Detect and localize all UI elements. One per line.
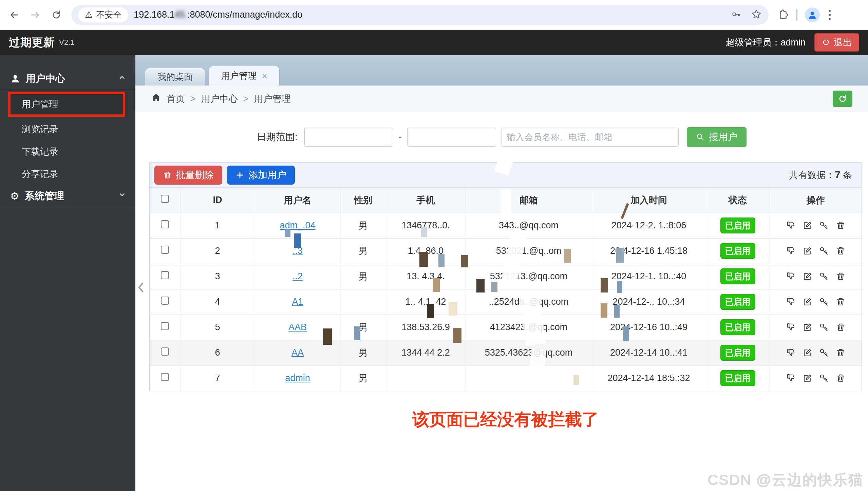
- tab-bar: 我的桌面 用户管理 ×: [135, 55, 868, 86]
- address-bar[interactable]: ⚠ 不安全 192.168.145.:8080/cms/manage/index…: [71, 5, 769, 25]
- forward-icon[interactable]: [29, 9, 41, 21]
- back-icon[interactable]: [8, 9, 20, 21]
- user-link[interactable]: admin: [285, 373, 310, 383]
- edit-button[interactable]: [803, 373, 812, 383]
- user-link[interactable]: AAB: [288, 322, 307, 332]
- cell-join: 2024-12-16 10..:49: [592, 315, 706, 340]
- batch-delete-button[interactable]: 批量删除: [154, 166, 222, 185]
- user-link[interactable]: AA: [291, 347, 304, 358]
- delete-button[interactable]: [836, 297, 846, 307]
- refresh-button[interactable]: [833, 91, 852, 107]
- tab-my-desktop[interactable]: 我的桌面: [145, 68, 205, 86]
- user-link[interactable]: ..3: [293, 246, 303, 256]
- search-user-button[interactable]: 搜用户: [687, 127, 747, 147]
- tab-user-manage[interactable]: 用户管理 ×: [209, 66, 280, 86]
- key-button[interactable]: [819, 271, 829, 281]
- key-icon: [819, 322, 829, 332]
- col-header-status: 状态: [706, 188, 770, 213]
- sidebar-item-share-history[interactable]: 分享记录: [0, 163, 135, 185]
- thumbs-down-button[interactable]: [786, 297, 796, 307]
- delete-button[interactable]: [836, 373, 846, 383]
- thumbs-down-button[interactable]: [786, 348, 796, 358]
- extensions-icon[interactable]: [777, 8, 789, 21]
- delete-button[interactable]: [836, 246, 846, 256]
- security-chip[interactable]: ⚠ 不安全: [78, 7, 128, 22]
- key-button[interactable]: [819, 246, 829, 256]
- thumbs-down-button[interactable]: [786, 271, 796, 281]
- profile-avatar[interactable]: [805, 7, 820, 22]
- gear-icon: ⚙: [10, 190, 19, 202]
- key-button[interactable]: [819, 221, 829, 230]
- edit-button[interactable]: [803, 322, 812, 332]
- bookmark-star-icon[interactable]: [751, 9, 762, 21]
- cell-join: 2024-12-14 10..:41: [592, 340, 706, 365]
- logout-button[interactable]: 退出: [814, 33, 859, 52]
- search-bar: 日期范围: - 搜用户: [135, 112, 868, 162]
- user-link[interactable]: adm_.04: [280, 220, 315, 230]
- cell-join: 2024-12-.. 10..:34: [592, 289, 706, 315]
- role-label: 超级管理员：admin: [725, 36, 806, 49]
- thumbs-down-icon: [786, 271, 796, 281]
- key-icon: [819, 271, 829, 281]
- cell-join: 2024-12-1. 10..:40: [592, 264, 706, 289]
- sidebar-item-download-history[interactable]: 下载记录: [0, 140, 135, 163]
- delete-button[interactable]: [836, 221, 846, 230]
- select-all-checkbox[interactable]: [161, 195, 169, 203]
- plus-icon: [235, 171, 244, 180]
- thumbs-down-button[interactable]: [786, 221, 796, 230]
- edit-button[interactable]: [803, 348, 812, 358]
- col-header-phone: 手机: [386, 188, 466, 213]
- key-button[interactable]: [819, 322, 829, 332]
- thumbs-down-button[interactable]: [786, 373, 796, 383]
- cell-phone: 1.4. 86.0: [386, 238, 466, 264]
- row-checkbox[interactable]: [161, 220, 169, 228]
- edit-button[interactable]: [803, 221, 812, 230]
- breadcrumb-home[interactable]: 首页: [167, 93, 185, 105]
- table-row: 3 ..2 男 13. 4.3 4. 5321213.@qq.com 2024-…: [150, 264, 862, 289]
- row-checkbox[interactable]: [161, 271, 169, 279]
- reload-icon[interactable]: [50, 9, 62, 21]
- cell-id: 2: [180, 238, 255, 264]
- table-toolbar: 批量删除 添加用户 共有数据：7 条: [150, 163, 862, 188]
- edit-button[interactable]: [803, 246, 812, 256]
- close-icon[interactable]: ×: [262, 72, 267, 80]
- thumbs-down-button[interactable]: [786, 246, 796, 256]
- chevron-down-icon: [118, 190, 127, 202]
- row-checkbox[interactable]: [161, 347, 169, 356]
- delete-button[interactable]: [836, 348, 846, 358]
- thumbs-down-icon: [786, 322, 796, 332]
- cell-gender: 男: [340, 264, 386, 289]
- sidebar: 用户中心 用户管理 浏览记录 下载记录 分享记录 ⚙ 系统管理: [0, 55, 135, 491]
- delete-button[interactable]: [836, 271, 846, 281]
- password-key-icon[interactable]: [731, 9, 742, 21]
- edit-button[interactable]: [803, 297, 812, 307]
- key-button[interactable]: [819, 373, 829, 383]
- row-checkbox[interactable]: [161, 373, 169, 381]
- sidebar-item-user-manage[interactable]: 用户管理: [8, 92, 125, 117]
- edit-button[interactable]: [803, 271, 812, 281]
- col-header-username: 用户名: [255, 188, 340, 213]
- key-button[interactable]: [819, 297, 829, 307]
- user-link[interactable]: ..2: [293, 271, 303, 281]
- date-end-input[interactable]: [407, 128, 496, 147]
- browser-menu-icon[interactable]: [827, 8, 832, 21]
- user-link[interactable]: A1: [292, 297, 303, 307]
- key-button[interactable]: [819, 348, 829, 358]
- keyword-input[interactable]: [502, 128, 679, 147]
- date-start-input[interactable]: [304, 128, 393, 147]
- search-icon: [696, 133, 705, 141]
- row-checkbox[interactable]: [161, 322, 169, 330]
- cell-id: 6: [180, 340, 255, 365]
- sidebar-item-browse-history[interactable]: 浏览记录: [0, 118, 135, 140]
- row-checkbox[interactable]: [161, 297, 169, 305]
- cell-gender: 男: [340, 365, 386, 391]
- table-row: 5 AAB 男 138.53.26.9 4123423.@qq.com 2024…: [150, 315, 862, 340]
- row-checkbox[interactable]: [161, 246, 169, 254]
- add-user-button[interactable]: 添加用户: [227, 166, 295, 185]
- thumbs-down-button[interactable]: [786, 322, 796, 332]
- sidebar-section-system[interactable]: ⚙ 系统管理: [0, 185, 135, 207]
- delete-button[interactable]: [836, 322, 846, 332]
- breadcrumb-user-center[interactable]: 用户中心: [201, 93, 238, 105]
- sidebar-collapse-handle[interactable]: [136, 280, 146, 295]
- sidebar-section-user-center[interactable]: 用户中心: [0, 68, 135, 90]
